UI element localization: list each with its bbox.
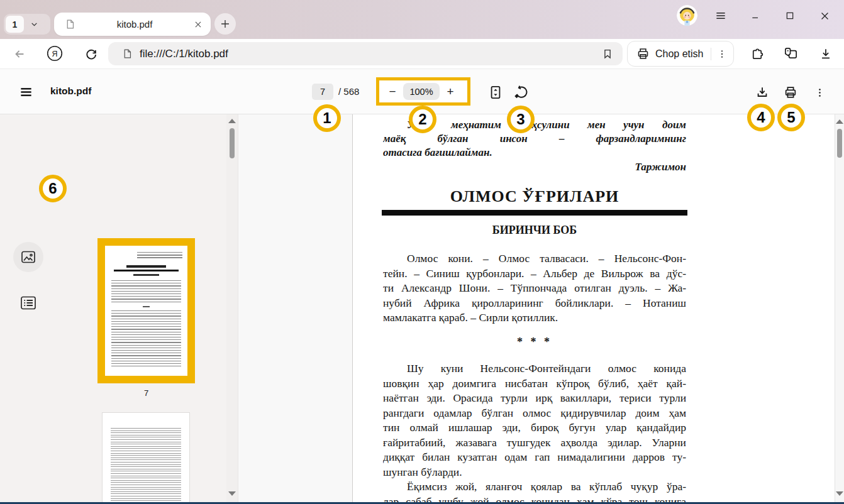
paragraph-2: Ёқимсиз жой, яланғоч қоялар ва кўплаб чу… [383, 479, 686, 502]
tab-group-chip[interactable]: 1 [4, 14, 50, 35]
chapter-heading: БИРИНЧИ БОБ [382, 224, 687, 237]
callout-2: 2 [409, 106, 436, 133]
thumbnail-label-7: 7 [97, 388, 195, 398]
url-field[interactable]: file:///C:/1/kitob.pdf [108, 42, 623, 65]
window-minimize-button[interactable] [747, 8, 763, 24]
print-page-label: Chop etish [655, 48, 704, 60]
downloads-icon[interactable] [817, 45, 835, 63]
callout-3: 3 [507, 106, 535, 133]
tab-title: kitob.pdf [75, 19, 194, 30]
scrollbar-thumb[interactable] [837, 129, 842, 158]
printer-icon [636, 47, 650, 60]
callout-5: 5 [777, 104, 805, 131]
extensions-puzzle-icon[interactable] [748, 45, 765, 63]
paragraph-1: Шу куни Нельсонс-Фонтейндаги олмос конид… [383, 361, 686, 479]
rotate-page-icon[interactable] [513, 84, 530, 101]
thumbnail-page-8[interactable] [103, 413, 189, 504]
browser-window: 1 kitob.pdf [0, 0, 844, 504]
scroll-down-arrow[interactable] [228, 491, 236, 496]
fit-to-page-icon[interactable] [487, 84, 504, 101]
thumbnails-view-button[interactable] [13, 242, 43, 272]
browser-menu-icon[interactable] [713, 8, 729, 24]
section-separator: * * * [383, 336, 686, 349]
url-text: file:///C:/1/kitob.pdf [140, 48, 228, 60]
thumbnail-page-7-preview [105, 246, 187, 376]
page-number-input[interactable] [312, 84, 333, 100]
body-text: Шу куни Нельсонс-Фонтейндаги олмос конид… [383, 361, 686, 502]
bookmark-icon[interactable] [602, 48, 613, 60]
print-options-kebab-icon[interactable] [711, 49, 734, 59]
tab-close-icon[interactable] [194, 20, 203, 29]
chevron-down-icon [30, 20, 38, 28]
back-icon[interactable] [11, 45, 28, 63]
thumbnail-scrollbar [226, 114, 238, 502]
download-pdf-icon[interactable] [753, 84, 771, 101]
page-count-label: / 568 [338, 86, 359, 97]
scroll-up-arrow[interactable] [836, 119, 843, 124]
print-page-button[interactable]: Chop etish [627, 41, 734, 67]
thumbnail-page-7-selected[interactable] [97, 238, 195, 383]
print-pdf-icon[interactable] [782, 84, 799, 101]
window-maximize-button[interactable] [782, 8, 798, 24]
zoom-out-button[interactable]: − [385, 85, 400, 99]
chapter-summary: Олмос кони. – Олмос талвасаси. – Нельсон… [383, 251, 686, 326]
new-tab-button[interactable] [214, 13, 236, 35]
pdf-page: Ушбу меҳнатим маҳсулини мен учун доиммаё… [352, 114, 835, 502]
tab-group-count: 1 [6, 16, 24, 33]
sidebar-toggle-icon[interactable] [17, 83, 35, 101]
zoom-controls-highlight: − 100% + [376, 77, 470, 106]
callout-1: 1 [313, 104, 341, 132]
window-close-button[interactable] [816, 8, 833, 24]
pdf-more-options-kebab-icon[interactable] [811, 84, 828, 101]
reload-icon[interactable] [82, 45, 100, 63]
yandex-logo-icon[interactable]: Я [46, 45, 64, 62]
scroll-up-arrow[interactable] [228, 119, 236, 123]
scrollbar-thumb[interactable] [230, 128, 235, 158]
document-icon [65, 19, 75, 30]
collections-tag-icon[interactable] [782, 45, 799, 62]
book-title: ОЛМОС ЎҒРИЛАРИ [382, 187, 687, 206]
pdf-document-title: kitob.pdf [50, 85, 91, 97]
active-tab[interactable]: kitob.pdf [54, 13, 211, 36]
scroll-down-arrow[interactable] [836, 491, 843, 496]
zoom-level-value: 100% [403, 83, 440, 100]
address-bar: Я file:///C:/1/kitob.pdf Chop etish [0, 39, 844, 69]
callout-6: 6 [39, 175, 67, 202]
page-icon [122, 48, 133, 59]
outline-view-button[interactable] [19, 294, 38, 312]
epigraph-author: Таржимон [383, 161, 686, 173]
main-scrollbar [835, 114, 844, 502]
zoom-in-button[interactable]: + [443, 85, 458, 99]
title-rule [382, 210, 687, 216]
tab-strip: 1 kitob.pdf [0, 0, 844, 39]
callout-4: 4 [747, 104, 775, 131]
outline-list-icon [20, 295, 36, 310]
thumbnail-panel: 7 8 [0, 114, 226, 502]
image-icon [21, 250, 36, 264]
svg-text:Я: Я [52, 50, 57, 58]
profile-avatar[interactable] [677, 5, 697, 26]
